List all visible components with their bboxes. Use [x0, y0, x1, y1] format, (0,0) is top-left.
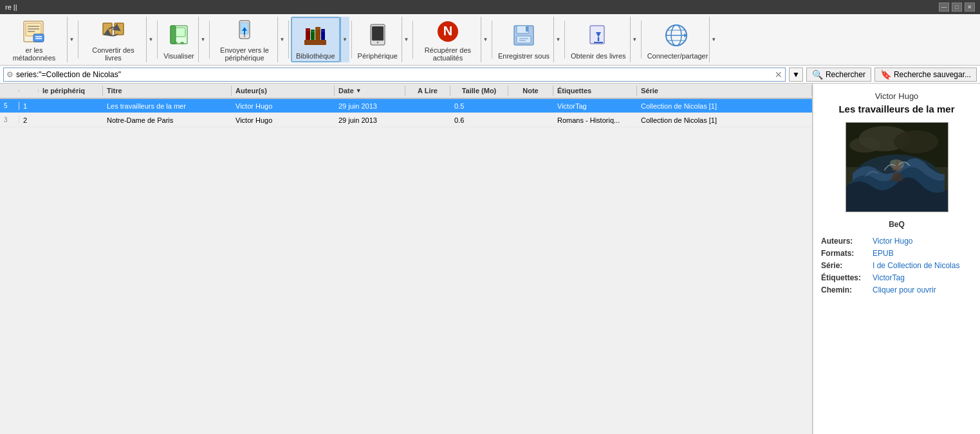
toolbar-visualiser[interactable]: Visualiser — [160, 17, 198, 62]
row-date-1: 29 juin 2013 — [335, 102, 405, 111]
toolbar-bibliotheque[interactable]: Bibliothèque — [291, 17, 340, 62]
row-serie-1: Collection de Nicolas [1] — [637, 102, 812, 111]
recuperer-icon: N — [432, 18, 463, 45]
side-book-author: Victor Hugo — [821, 91, 972, 101]
enregistrer-label: Enregistrer sous — [498, 52, 550, 60]
meta-chemin-value[interactable]: Cliquer pour ouvrir — [873, 285, 936, 294]
toolbar-obtenir[interactable]: Obtenir des livres — [567, 17, 630, 62]
row-taille-2: 0.6 — [450, 116, 508, 125]
search-clear-btn[interactable]: ✕ — [775, 69, 782, 80]
table-body: 5 1 Les travailleurs de la mer Victor Hu… — [0, 99, 812, 434]
convertir-label: Convertir des livres — [84, 46, 142, 62]
enregistrer-icon — [508, 20, 539, 51]
toolbar-convertir[interactable]: Convertir des livres — [80, 17, 146, 62]
col-header-auteur[interactable]: Auteur(s) — [232, 86, 335, 96]
svg-rect-9 — [115, 23, 124, 35]
meta-serie-label: Série: — [821, 261, 873, 270]
svg-point-17 — [244, 35, 246, 37]
sep8 — [564, 21, 565, 59]
meta-formats-label: Formats: — [821, 249, 873, 258]
row-titre-1: Les travailleurs de la mer — [103, 102, 232, 111]
recuperer-arrow[interactable]: ▼ — [481, 17, 490, 62]
search-dropdown[interactable]: ▼ — [789, 68, 803, 82]
svg-rect-14 — [171, 26, 176, 44]
toolbar-metadonnees[interactable]: er les métadonnées — [1, 17, 67, 62]
sep5 — [351, 21, 352, 59]
toolbar: er les métadonnées ▼ — [0, 14, 980, 66]
maximize-btn[interactable]: □ — [952, 3, 962, 12]
search-input[interactable] — [16, 70, 775, 79]
visualiser-arrow[interactable]: ▼ — [198, 17, 207, 62]
search-label: Rechercher — [826, 70, 865, 79]
meta-chemin-label: Chemin: — [821, 285, 873, 294]
saved-search-button[interactable]: 🔖 Recherche sauvegar... — [874, 68, 977, 82]
table-row[interactable]: 3 2 Notre-Dame de Paris Victor Hugo 29 j… — [0, 113, 812, 127]
table-header: le périphériq Titre Auteur(s) Date ▼ A L… — [0, 84, 812, 99]
peripherique-label: Périphérique — [358, 52, 398, 60]
svg-rect-22 — [311, 30, 315, 40]
col-header-date[interactable]: Date ▼ — [335, 86, 405, 96]
sep9 — [641, 21, 642, 59]
meta-etiquettes: Étiquettes: VictorTag — [821, 273, 972, 282]
obtenir-icon — [583, 20, 614, 51]
svg-point-13 — [180, 42, 184, 44]
envoyer-arrow[interactable]: ▼ — [277, 17, 286, 62]
metadonnees-arrow[interactable]: ▼ — [67, 17, 76, 62]
peripherique-icon — [362, 20, 393, 51]
close-btn[interactable]: ✕ — [965, 3, 975, 12]
obtenir-arrow[interactable]: ▼ — [630, 17, 639, 62]
svg-rect-30 — [372, 26, 384, 41]
col-alire-label: A Lire — [418, 87, 438, 95]
meta-serie-value[interactable]: I de Collection de Nicolas — [873, 261, 959, 270]
connecter-arrow[interactable]: ▼ — [709, 17, 718, 62]
row-etiq-1: VictorTag — [553, 102, 637, 111]
meta-etiquettes-value[interactable]: VictorTag — [873, 273, 905, 282]
col-header-etiq[interactable]: Étiquettes — [553, 86, 637, 96]
row-etiq-2: Romans - Historiq... — [553, 116, 637, 125]
col-header-periph[interactable]: le périphériq — [39, 86, 103, 96]
peripherique-arrow[interactable]: ▼ — [402, 17, 411, 62]
toolbar-enregistrer[interactable]: Enregistrer sous — [494, 17, 553, 62]
svg-rect-5 — [33, 34, 44, 42]
side-panel: Victor Hugo Les travailleurs de la mer — [813, 84, 980, 434]
sep3 — [209, 21, 210, 59]
bibliotheque-arrow[interactable]: ▼ — [340, 17, 349, 62]
col-header-serie[interactable]: Série — [637, 86, 812, 96]
book-publisher: BeQ — [821, 220, 972, 229]
metadonnees-icon — [19, 18, 50, 45]
toolbar-peripherique[interactable]: Périphérique — [354, 17, 402, 62]
minimize-btn[interactable]: — — [939, 3, 949, 12]
svg-rect-36 — [526, 26, 528, 32]
row-alire-1 — [405, 105, 450, 107]
row-periph-2 — [39, 120, 103, 121]
obtenir-label: Obtenir des livres — [571, 52, 626, 60]
convertir-arrow[interactable]: ▼ — [146, 17, 155, 62]
meta-formats: Formats: EPUB — [821, 249, 972, 258]
toolbar-envoyer[interactable]: Envoyer vers le périphérique — [212, 17, 277, 62]
col-header-taille[interactable]: Taille (Mo) — [450, 86, 508, 96]
svg-text:N: N — [443, 24, 452, 38]
search-button[interactable]: 🔍 Rechercher — [806, 68, 871, 82]
svg-point-54 — [849, 138, 881, 153]
metadonnees-label: er les métadonnées — [5, 46, 63, 62]
meta-formats-value[interactable]: EPUB — [873, 249, 894, 258]
col-etiq-label: Étiquettes — [557, 87, 591, 95]
col-periph-label: le périphériq — [42, 87, 85, 95]
search-gear-icon[interactable]: ⚙ — [6, 70, 14, 79]
meta-auteurs-value[interactable]: Victor Hugo — [873, 237, 912, 246]
toolbar-recuperer[interactable]: N Récupérer des actualités — [415, 17, 481, 62]
toolbar-connecter[interactable]: Connecter/partager — [643, 17, 709, 62]
title-bar: re || — □ ✕ — [0, 0, 980, 14]
col-date-label: Date — [338, 87, 354, 95]
bibliotheque-icon — [300, 20, 331, 51]
col-header-titre[interactable]: Titre — [103, 86, 232, 96]
col-header-check[interactable] — [19, 89, 39, 92]
sep4 — [288, 21, 289, 59]
table-row[interactable]: 5 1 Les travailleurs de la mer Victor Hu… — [0, 99, 812, 113]
col-header-note[interactable]: Note — [508, 86, 553, 96]
meta-chemin: Chemin: Cliquer pour ouvrir — [821, 285, 972, 294]
svg-rect-20 — [304, 40, 326, 45]
col-header-alire[interactable]: A Lire — [405, 86, 450, 96]
side-book-title: Les travailleurs de la mer — [821, 104, 972, 114]
enregistrer-arrow[interactable]: ▼ — [553, 17, 562, 62]
